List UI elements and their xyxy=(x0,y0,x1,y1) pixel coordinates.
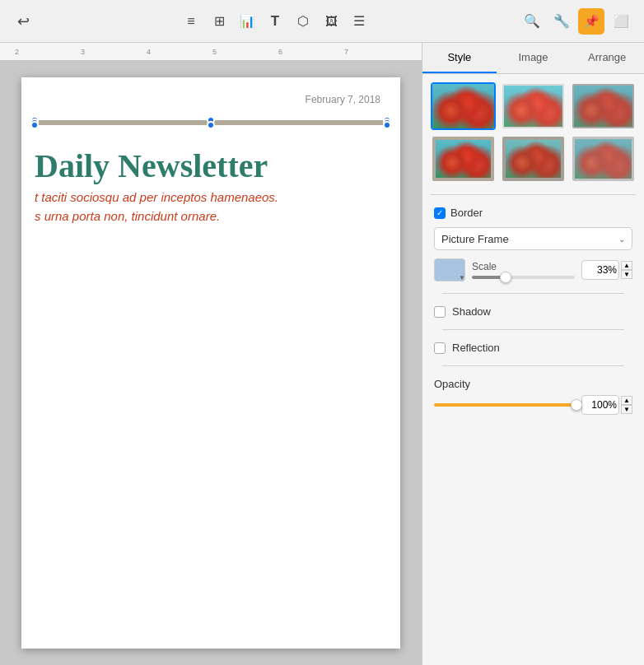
insert-shape-button[interactable]: ⬡ xyxy=(290,8,316,35)
section-divider-1 xyxy=(431,194,636,195)
scale-slider-container xyxy=(472,276,575,279)
reflection-checkbox[interactable] xyxy=(434,342,446,354)
style-thumb-5[interactable] xyxy=(501,135,566,183)
insert-comment-icon: ☰ xyxy=(353,13,365,29)
border-checkbox[interactable] xyxy=(434,207,446,219)
window-button[interactable]: ⬜ xyxy=(608,8,634,35)
opacity-increment-button[interactable]: ▲ xyxy=(621,396,632,405)
opacity-control-row: 100% ▲ ▼ xyxy=(434,395,632,415)
tab-image[interactable]: Image xyxy=(497,43,571,73)
shadow-label: Shadow xyxy=(452,305,491,318)
tab-style[interactable]: Style xyxy=(422,43,497,73)
dropdown-arrow-icon: ⌄ xyxy=(618,235,625,244)
wrench-button[interactable]: 🔧 xyxy=(548,8,575,35)
window-icon: ⬜ xyxy=(614,14,629,29)
opacity-value-input[interactable]: 100% xyxy=(581,395,619,415)
ruler-mark-5: 5 xyxy=(212,48,217,56)
ruler-mark-2: 2 xyxy=(15,48,19,56)
insert-comment-button[interactable]: ☰ xyxy=(346,8,372,35)
border-color-swatch[interactable] xyxy=(434,258,465,281)
insert-shape-icon: ⬡ xyxy=(297,13,309,29)
scale-value-input[interactable]: 33% xyxy=(581,260,619,280)
shadow-control[interactable]: Shadow xyxy=(434,305,632,318)
border-control[interactable]: Border xyxy=(434,207,632,219)
ruler-mark-7: 7 xyxy=(344,48,348,56)
newsletter-body: t taciti sociosqu ad per inceptos hamena… xyxy=(21,188,400,226)
opacity-stepper[interactable]: ▲ ▼ xyxy=(621,396,632,414)
toolbar: ↩ ≡ ⊞ 📊 T ⬡ 🖼 ☰ 🔍 🔧 xyxy=(0,0,644,43)
border-style-dropdown[interactable]: Picture Frame ⌄ xyxy=(434,227,632,250)
reflection-control[interactable]: Reflection xyxy=(434,342,632,354)
opacity-slider[interactable] xyxy=(434,403,576,407)
border-label: Border xyxy=(450,207,483,219)
insert-table-icon: ⊞ xyxy=(214,13,225,29)
handle-bottom-left[interactable] xyxy=(30,121,39,129)
dropdown-label: Picture Frame xyxy=(441,233,509,245)
opacity-label: Opacity xyxy=(434,378,632,390)
format-panel-button[interactable]: 📌 xyxy=(578,8,604,35)
style-thumb-4[interactable] xyxy=(431,135,496,183)
insert-textbox-button[interactable]: T xyxy=(262,8,288,35)
opacity-value: 100% xyxy=(591,399,617,411)
shadow-checkbox[interactable] xyxy=(434,306,446,318)
opacity-slider-thumb[interactable] xyxy=(571,399,582,411)
main-area: 2 3 4 5 6 7 February 7, 2018 xyxy=(0,43,644,665)
opacity-decrement-button[interactable]: ▼ xyxy=(621,405,632,414)
style-thumb-img-3 xyxy=(572,84,634,128)
section-divider-2 xyxy=(442,293,624,294)
scale-value: 33% xyxy=(597,264,617,276)
style-thumb-1[interactable] xyxy=(431,82,496,130)
scale-slider[interactable] xyxy=(472,276,575,279)
document-page: February 7, 2018 Daily Newsle xyxy=(21,77,400,649)
style-thumb-6[interactable] xyxy=(571,135,636,183)
insert-text-icon: ≡ xyxy=(187,14,194,29)
style-thumb-img-2 xyxy=(502,84,564,128)
scale-decrement-button[interactable]: ▼ xyxy=(621,270,632,279)
style-thumb-img-1 xyxy=(432,84,494,128)
scale-slider-thumb[interactable] xyxy=(500,272,511,283)
style-thumbnails xyxy=(422,74,644,191)
canvas-area: 2 3 4 5 6 7 February 7, 2018 xyxy=(0,43,422,665)
pin-icon: 📌 xyxy=(584,14,600,29)
insert-image-button[interactable]: 🖼 xyxy=(318,8,344,35)
insert-image-icon: 🖼 xyxy=(325,14,338,28)
ruler-mark-6: 6 xyxy=(278,48,282,56)
style-thumb-2[interactable] xyxy=(501,82,566,130)
style-thumb-img-6 xyxy=(572,137,634,181)
style-thumb-3[interactable] xyxy=(571,82,636,130)
right-panel: Style Image Arrange xyxy=(422,43,644,665)
wrench-icon: 🔧 xyxy=(553,13,570,29)
section-divider-4 xyxy=(442,365,624,366)
format-icon: 🔍 xyxy=(524,13,540,29)
handle-bottom-right[interactable] xyxy=(383,121,391,129)
newsletter-title: Daily Newsletter xyxy=(21,133,400,188)
tab-arrange[interactable]: Arrange xyxy=(570,43,644,73)
document-wrapper[interactable]: February 7, 2018 Daily Newsle xyxy=(0,61,422,665)
panel-tabs: Style Image Arrange xyxy=(422,43,644,74)
insert-chart-icon: 📊 xyxy=(240,14,255,29)
insert-textbox-icon: T xyxy=(271,13,279,30)
ruler-mark-3: 3 xyxy=(81,48,85,56)
image-container[interactable] xyxy=(35,120,387,125)
panel-controls: Border Picture Frame ⌄ Scale xyxy=(422,198,644,423)
document-date: February 7, 2018 xyxy=(21,77,400,112)
section-divider-3 xyxy=(442,329,624,330)
style-thumb-img-4 xyxy=(432,137,494,181)
undo-button[interactable]: ↩ xyxy=(10,8,36,35)
scale-label: Scale xyxy=(472,261,497,272)
style-thumb-img-5 xyxy=(502,137,564,181)
format-button[interactable]: 🔍 xyxy=(519,8,545,35)
insert-chart-button[interactable]: 📊 xyxy=(234,8,260,35)
ruler-mark-4: 4 xyxy=(147,48,151,56)
scale-row: Scale 33% ▲ ▼ xyxy=(434,258,632,281)
scale-stepper[interactable]: ▲ ▼ xyxy=(621,261,632,279)
insert-text-button[interactable]: ≡ xyxy=(178,8,204,35)
handle-bottom-middle[interactable] xyxy=(207,121,215,129)
ruler: 2 3 4 5 6 7 xyxy=(0,43,422,61)
scale-increment-button[interactable]: ▲ xyxy=(621,261,632,270)
undo-icon: ↩ xyxy=(17,12,30,30)
insert-table-button[interactable]: ⊞ xyxy=(206,8,232,35)
opacity-control: Opacity 100% ▲ ▼ xyxy=(434,378,632,415)
reflection-label: Reflection xyxy=(452,342,500,354)
